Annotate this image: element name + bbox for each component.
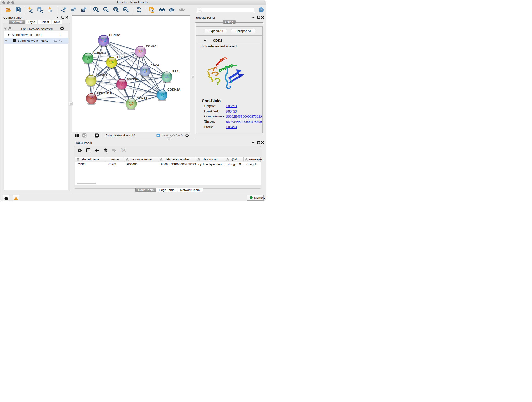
svg-text:CDKN1A: CDKN1A xyxy=(167,88,181,91)
svg-text:CCNB1: CCNB1 xyxy=(96,73,107,77)
svg-text:CDC25B: CDC25B xyxy=(94,51,106,55)
svg-text:CCNA1: CCNA1 xyxy=(146,45,157,48)
svg-text:CDK1: CDK1 xyxy=(117,55,126,59)
svg-text:CCNE1: CCNE1 xyxy=(137,97,147,100)
svg-text:CDC6: CDC6 xyxy=(151,64,159,67)
svg-text:RB1: RB1 xyxy=(172,70,178,73)
svg-text:CCNB2: CCNB2 xyxy=(109,33,120,37)
svg-text:CCNA2: CCNA2 xyxy=(127,77,138,80)
svg-text:HIST1H1A: HIST1H1A xyxy=(97,91,112,95)
